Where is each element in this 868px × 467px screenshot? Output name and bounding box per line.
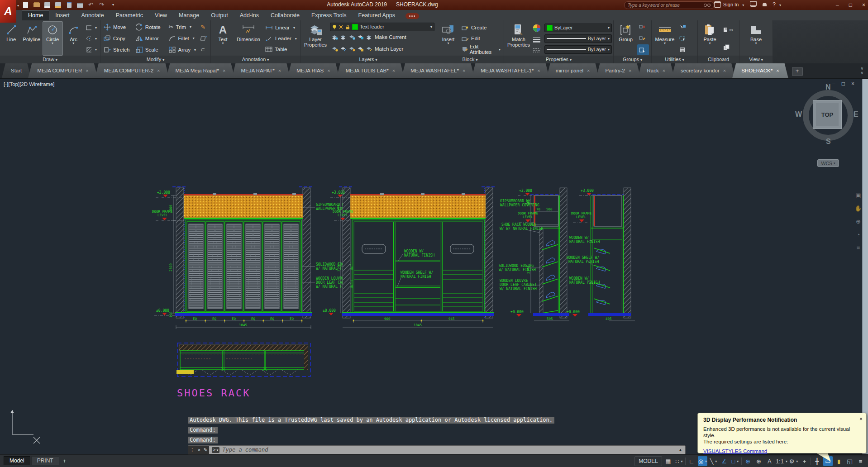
close-icon[interactable]: × xyxy=(223,68,225,73)
color-select[interactable]: ByLayer▾ xyxy=(544,24,612,32)
notification-close-icon[interactable]: × xyxy=(859,416,863,422)
file-tab[interactable]: mirror panel× xyxy=(547,63,599,78)
model-viewport[interactable]: [-][Top][2D Wireframe] – □ × xyxy=(0,79,868,454)
measure-dropdown-icon[interactable] xyxy=(653,42,677,44)
file-tab[interactable]: MEJA WASHTAFEL-1*× xyxy=(472,63,549,78)
ellipse-tool-button[interactable] xyxy=(84,33,99,44)
isodraft-toggle[interactable]: ╲ xyxy=(709,456,718,466)
annotation-scale-button[interactable]: A xyxy=(765,456,774,466)
rotate-button[interactable]: Rotate xyxy=(134,22,166,33)
vp-close-icon[interactable]: × xyxy=(851,81,854,87)
command-prompt-icon[interactable]: > ▾ xyxy=(212,447,219,453)
create-block-button[interactable]: Create xyxy=(460,22,502,33)
snap-toggle[interactable]: ∷ xyxy=(674,456,684,466)
new-file-icon[interactable] xyxy=(22,1,29,9)
ribbon-options-icon[interactable] xyxy=(405,13,419,19)
logo-dropdown-icon[interactable]: ▾ xyxy=(17,4,19,8)
maximize-button[interactable]: □ xyxy=(849,2,852,8)
vp-minimize-icon[interactable]: – xyxy=(832,81,835,87)
viewcube[interactable]: N W E S TOP xyxy=(799,86,858,145)
print-layout-tab[interactable]: PRINT xyxy=(31,456,59,465)
copy-button[interactable]: Copy xyxy=(102,33,133,44)
panel-label-draw[interactable]: Draw xyxy=(0,56,100,63)
tab-output[interactable]: Output xyxy=(205,11,234,20)
autocad-logo[interactable]: A xyxy=(0,0,16,23)
command-autocomplete-icon[interactable]: ▲ xyxy=(678,448,682,452)
ungroup-button[interactable] xyxy=(637,22,649,33)
layer-properties-button[interactable]: Layer Properties xyxy=(302,21,329,56)
new-layout-button[interactable]: + xyxy=(60,457,69,464)
base-button[interactable]: Base xyxy=(745,21,767,56)
close-icon[interactable]: × xyxy=(537,68,540,73)
rectangle-tool-button[interactable] xyxy=(84,22,99,33)
file-tab[interactable]: MEJA RIAS× xyxy=(287,63,339,78)
command-customize-icon[interactable]: ✎ xyxy=(204,447,208,453)
save-as-icon[interactable] xyxy=(54,1,62,9)
graphics-performance-button[interactable]: ◱ xyxy=(845,456,854,466)
close-icon[interactable]: × xyxy=(392,68,395,73)
undo-icon[interactable]: ↶ xyxy=(87,1,95,9)
panel-label-modify[interactable]: Modify xyxy=(100,56,210,63)
file-tab-active[interactable]: SHOERACK*× xyxy=(732,63,788,78)
group-edit-button[interactable] xyxy=(637,33,649,44)
qat-menu-icon[interactable] xyxy=(109,1,116,9)
quick-select-button[interactable] xyxy=(677,22,690,33)
file-tab[interactable]: MEJA COMPUTER-2× xyxy=(95,63,169,78)
circle-button[interactable]: Circle xyxy=(43,21,63,56)
dimension-button[interactable]: Dimension xyxy=(234,21,262,56)
viewcube-north[interactable]: N xyxy=(825,83,831,91)
panel-label-utilities[interactable]: Utilities xyxy=(652,56,697,63)
plot-icon[interactable] xyxy=(76,1,84,9)
panel-label-annotation[interactable]: Annotation xyxy=(211,56,300,63)
polar-tracking-toggle[interactable]: ◎ xyxy=(698,456,707,466)
annotation-monitor[interactable]: + xyxy=(800,456,809,466)
hatch-tool-button[interactable] xyxy=(84,44,99,55)
redo-icon[interactable]: ↷ xyxy=(98,1,105,9)
close-icon[interactable]: × xyxy=(327,68,330,73)
select-all-button[interactable] xyxy=(677,33,690,44)
overkill-button[interactable]: ⊂ xyxy=(199,44,209,55)
minimize-button[interactable]: – xyxy=(836,2,839,8)
stretch-button[interactable]: Stretch xyxy=(102,44,133,55)
close-icon[interactable]: × xyxy=(157,68,160,73)
paste-dropdown-icon[interactable] xyxy=(699,42,720,44)
osnap-tracking-toggle[interactable]: ∠ xyxy=(720,456,729,466)
layer-select-caret-icon[interactable]: ▾ xyxy=(430,25,432,29)
make-current-button[interactable]: Make Current xyxy=(330,32,434,43)
panel-label-groups[interactable]: Groups xyxy=(614,56,651,63)
match-properties-button[interactable]: Match Properties xyxy=(506,21,532,56)
close-icon[interactable]: × xyxy=(463,68,465,73)
close-button[interactable]: × xyxy=(862,2,865,8)
polyline-button[interactable]: Polyline xyxy=(22,21,41,56)
vp-restore-icon[interactable]: □ xyxy=(842,81,845,87)
visualstyles-link[interactable]: VISUALSTYLES Command xyxy=(703,448,861,454)
base-dropdown-icon[interactable] xyxy=(745,42,767,44)
close-icon[interactable]: × xyxy=(723,68,726,73)
tab-overflow-icon[interactable]: ∨∨ xyxy=(860,63,863,78)
table-button[interactable]: Table xyxy=(263,44,299,55)
close-icon[interactable]: × xyxy=(663,68,665,73)
mirror-button[interactable]: Mirror xyxy=(134,33,166,44)
group-button[interactable]: Group xyxy=(615,21,636,56)
isolate-objects-button[interactable]: ▮ xyxy=(834,456,844,466)
array-button[interactable]: Array xyxy=(167,44,198,55)
close-icon[interactable]: × xyxy=(587,68,590,73)
layer-select[interactable]: Text leader ▾ xyxy=(330,23,434,31)
search-icon[interactable] xyxy=(704,4,711,7)
file-tab[interactable]: MEJA COMPUTER× xyxy=(28,63,97,78)
explode-button[interactable] xyxy=(199,33,209,44)
tab-manage[interactable]: Manage xyxy=(173,11,205,20)
line-button[interactable]: Line xyxy=(1,21,21,56)
panel-label-properties[interactable]: Properties xyxy=(504,56,613,63)
search-input[interactable]: Type a keyword or phrase xyxy=(624,1,714,9)
object-snap-toggle[interactable]: □ xyxy=(730,456,740,466)
lineweight-select[interactable]: ByLayer▾ xyxy=(544,34,612,43)
wcs-selector[interactable]: WCS▾ xyxy=(817,159,839,167)
model-space-button[interactable]: MODEL xyxy=(634,456,662,466)
viewcube-east[interactable]: E xyxy=(854,110,858,119)
scale-button[interactable]: Scale xyxy=(134,44,166,55)
trim-button[interactable]: ✂Trim xyxy=(167,22,198,33)
new-drawing-tab-button[interactable]: + xyxy=(792,67,803,76)
close-icon[interactable]: × xyxy=(776,68,779,73)
drawing-canvas[interactable]: .gt{fill:#2ad82a;font-family:"DejaVu San… xyxy=(0,79,868,454)
